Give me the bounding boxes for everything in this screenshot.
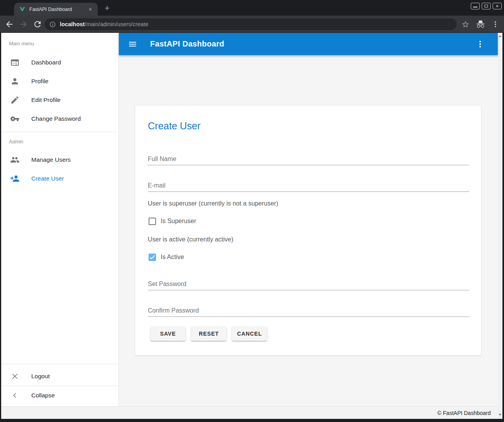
reload-icon[interactable] [33, 20, 42, 29]
full-name-field-wrap [148, 150, 469, 165]
confirm-password-field-wrap [148, 301, 469, 317]
tab-title: FastAPI Dashboard [29, 7, 87, 12]
person-icon [10, 77, 20, 86]
tab-strip: FastAPI Dashboard × + × [0, 0, 504, 16]
page-title: Create User [148, 120, 201, 132]
browser-window: FastAPI Dashboard × + × localhost/main/a… [0, 0, 504, 422]
browser-toolbar: localhost/main/admin/users/create [0, 16, 504, 33]
sidebar-item-label: Create User [31, 175, 64, 182]
copyright-text: © FastAPI Dashboard [438, 410, 491, 416]
sidebar-item-create-user[interactable]: Create User [1, 169, 118, 188]
cancel-button[interactable]: CANCEL [232, 327, 267, 341]
address-bar[interactable]: localhost/main/admin/users/create [45, 18, 457, 30]
sidebar-item-label: Dashboard [31, 59, 61, 66]
url-path: /main/admin/users/create [85, 21, 149, 27]
page-footer: © FastAPI Dashboard [1, 406, 498, 419]
checkbox-unchecked-icon[interactable] [149, 218, 156, 225]
save-button[interactable]: SAVE [151, 327, 185, 341]
bookmark-star-icon[interactable] [461, 20, 470, 29]
is-superuser-checkbox[interactable]: Is Superuser [149, 214, 196, 228]
window-maximize-button[interactable] [482, 3, 491, 9]
sidebar-item-label: Manage Users [31, 156, 71, 163]
close-x-icon [10, 372, 20, 381]
create-user-card: Create User User is superuser (currently… [135, 105, 481, 356]
reset-button[interactable]: RESET [191, 327, 226, 341]
back-icon[interactable] [5, 20, 14, 29]
main-content: Create User User is superuser (currently… [119, 55, 498, 406]
window-controls: × [471, 3, 502, 9]
sidebar-item-label: Change Password [31, 115, 81, 122]
key-icon [10, 114, 20, 123]
app-bar-menu-icon[interactable] [475, 39, 485, 49]
forward-icon[interactable] [19, 20, 28, 29]
window-close-button[interactable]: × [493, 3, 502, 9]
checkmark-icon [149, 254, 156, 261]
app-bar: FastAPI Dashboard [119, 33, 498, 55]
sidebar-item-label: Logout [31, 373, 50, 380]
incognito-icon [476, 20, 485, 29]
sidebar-item-logout[interactable]: Logout [1, 367, 118, 386]
app-bar-title: FastAPI Dashboard [150, 39, 224, 48]
checkbox-checked-icon[interactable] [149, 254, 156, 261]
email-input[interactable] [148, 176, 469, 192]
window-border [502, 33, 504, 422]
vue-favicon-icon [19, 6, 25, 13]
scrollbar[interactable] [498, 33, 502, 419]
sidebar-item-collapse[interactable]: Collapse [1, 386, 118, 405]
chevron-left-icon [10, 391, 20, 400]
page-viewport: Main menu Dashboard Profile Edit Profile [1, 33, 498, 419]
sidebar-item-change-password[interactable]: Change Password [1, 109, 118, 128]
url-host: localhost [60, 21, 85, 27]
sidebar-item-dashboard[interactable]: Dashboard [1, 53, 118, 72]
window-border [0, 419, 504, 422]
sidebar-section-label: Admin [9, 139, 23, 145]
sidebar-item-label: Collapse [31, 392, 55, 399]
sidebar-item-label: Profile [31, 78, 48, 85]
sidebar-section-label: Main menu [9, 41, 34, 46]
browser-menu-icon[interactable] [491, 20, 499, 28]
sidebar-item-manage-users[interactable]: Manage Users [1, 150, 118, 169]
email-field-wrap [148, 176, 469, 192]
checkbox-label: Is Superuser [161, 218, 196, 225]
tab-close-icon[interactable]: × [87, 6, 94, 13]
url-text: localhost/main/admin/users/create [60, 21, 148, 27]
full-name-input[interactable] [148, 150, 469, 165]
hamburger-menu-icon[interactable] [128, 39, 137, 49]
set-password-input[interactable] [148, 275, 469, 290]
pencil-icon [10, 95, 20, 105]
superuser-hint: User is superuser (currently is not a su… [148, 200, 278, 207]
set-password-field-wrap [148, 275, 469, 290]
checkbox-label: Is Active [161, 254, 184, 261]
active-hint: User is active (currently active) [148, 236, 233, 243]
scrollbar-up-arrow-icon[interactable] [499, 35, 502, 37]
form-actions: SAVE RESET CANCEL [151, 327, 267, 341]
site-info-icon[interactable] [49, 21, 56, 28]
scrollbar-down-arrow-icon[interactable] [499, 414, 502, 416]
new-tab-button[interactable]: + [102, 3, 113, 14]
confirm-password-input[interactable] [148, 301, 469, 317]
sidebar-item-label: Edit Profile [31, 97, 61, 104]
sidebar-divider [1, 132, 118, 132]
window-minimize-button[interactable] [471, 3, 480, 9]
person-add-icon [10, 174, 20, 183]
sidebar: Main menu Dashboard Profile Edit Profile [1, 33, 119, 406]
is-active-checkbox[interactable]: Is Active [149, 250, 184, 264]
sidebar-item-profile[interactable]: Profile [1, 72, 118, 91]
sidebar-item-edit-profile[interactable]: Edit Profile [1, 91, 118, 109]
browser-tab[interactable]: FastAPI Dashboard × [14, 3, 98, 16]
sidebar-divider [1, 364, 118, 364]
people-icon [10, 155, 20, 165]
dashboard-web-icon [10, 58, 20, 67]
